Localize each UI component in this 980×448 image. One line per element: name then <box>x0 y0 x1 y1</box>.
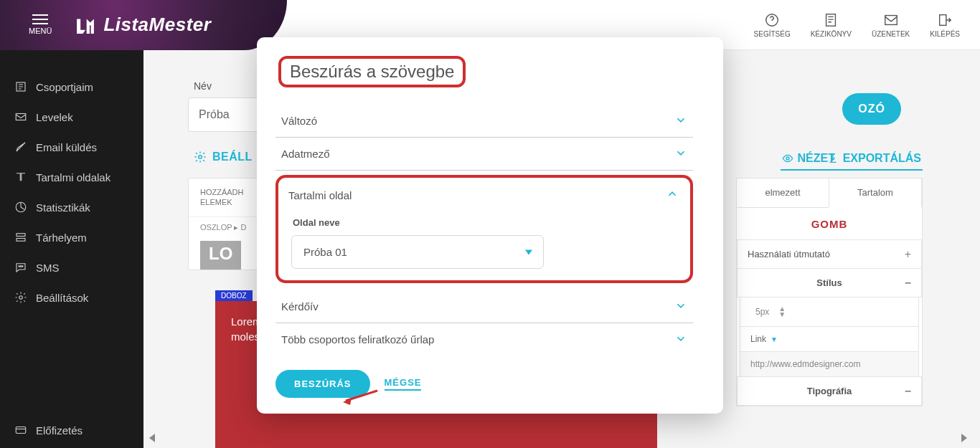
accordion-label: Tartalmi oldal <box>288 189 352 201</box>
sidebar-label: Email küldés <box>36 141 97 153</box>
dropdown-caret-icon <box>524 246 533 258</box>
panel-head-1: HOZZÁADH <box>200 188 244 196</box>
topbar-brand-area: MENÜ ListaMester <box>0 0 287 50</box>
chevron-down-icon <box>674 113 687 128</box>
tab-content[interactable]: Tartalom <box>829 178 922 208</box>
url-field[interactable]: http://www.edmdesigner.com <box>740 351 919 377</box>
sidebar-item-subscription[interactable]: Előfizetés <box>14 424 129 437</box>
accordion-label: Több csoportos feliratkozó űrlap <box>281 333 434 345</box>
sidebar-item-sms[interactable]: SMS <box>0 252 143 282</box>
page-select[interactable]: Próba 01 <box>291 235 544 269</box>
sidebar-item-email-send[interactable]: Email küldés <box>0 132 143 162</box>
accordion-content-page-group: Tartalmi oldal Oldal neve Próba 01 <box>275 175 693 283</box>
accordion-content-page[interactable]: Tartalmi oldal <box>284 181 684 209</box>
cancel-button[interactable]: MÉGSE <box>385 377 422 391</box>
sidebar-label: Tárhelyem <box>36 232 87 244</box>
typography-section-header[interactable]: Tipográfia − <box>737 376 922 406</box>
sidebar-item-letters[interactable]: Levelek <box>0 102 143 132</box>
sidebar-item-groups[interactable]: Csoportjaim <box>0 72 143 102</box>
sidebar-item-statistics[interactable]: Statisztikák <box>0 192 143 222</box>
svg-point-14 <box>199 156 202 159</box>
book-icon <box>823 12 839 28</box>
style-label: Stílus <box>816 277 842 288</box>
modal-title-wrap: Beszúrás a szövegbe <box>278 56 693 87</box>
scroll-right-icon[interactable] <box>961 434 967 442</box>
accordion-variable[interactable]: Változó <box>275 105 693 138</box>
svg-rect-2 <box>885 15 897 24</box>
minus-icon: − <box>905 385 911 398</box>
scroll-left-icon[interactable] <box>149 434 155 442</box>
manual-label: KÉZIKÖNYV <box>811 30 852 38</box>
app-logo[interactable]: ListaMester <box>73 13 211 37</box>
modal-actions: BESZÚRÁS MÉGSE <box>270 370 710 398</box>
sidebar-item-storage[interactable]: Tárhelyem <box>0 222 143 252</box>
minus-icon: − <box>905 277 911 290</box>
chevron-down-icon <box>674 299 687 314</box>
name-field-value: Próba <box>199 108 230 121</box>
usage-guide-row[interactable]: Használati útmutató + <box>737 239 922 269</box>
chevron-down-icon <box>674 146 687 161</box>
accordion-survey[interactable]: Kérdőív <box>275 290 693 323</box>
logo-icon <box>73 13 98 37</box>
svg-point-12 <box>19 296 23 300</box>
svg-point-9 <box>19 266 20 267</box>
logout-icon <box>937 12 953 28</box>
tab-default[interactable]: elmezett <box>737 178 829 207</box>
help-label: SEGÍTSÉG <box>754 30 791 38</box>
padding-control[interactable]: 5px ▲▼ <box>740 297 919 327</box>
plus-icon: + <box>905 248 911 261</box>
page-select-value: Próba 01 <box>303 246 347 258</box>
usage-label: Használati útmutató <box>748 249 830 259</box>
pill-text: OZÓ <box>858 103 885 115</box>
accordion-multi-signup[interactable]: Több csoportos feliratkozó űrlap <box>275 323 693 356</box>
box-badge: DOBOZ <box>215 290 253 301</box>
hamburger-icon <box>32 14 48 24</box>
sidebar-label: Beállítások <box>36 292 88 304</box>
sidebar-label: SMS <box>36 262 60 274</box>
accordion-label: Változó <box>281 115 317 127</box>
chevron-down-icon: ▼ <box>771 335 778 343</box>
svg-rect-1 <box>826 14 836 26</box>
sidebar-item-content-pages[interactable]: Tartalmi oldalak <box>0 162 143 192</box>
logout-label: KILÉPÉS <box>930 30 960 38</box>
sidebar-label: Statisztikák <box>36 201 90 214</box>
topbar-actions: SEGÍTSÉG KÉZIKÖNYV ÜZENETEK KILÉPÉS <box>754 12 980 38</box>
sidebar-label: Tartalmi oldalak <box>36 171 110 184</box>
mail-icon <box>883 12 899 28</box>
insert-button[interactable]: BESZÚRÁS <box>275 370 370 398</box>
accordion-body: Oldal neve Próba 01 <box>284 209 684 269</box>
settings-link[interactable]: BEÁLL <box>194 151 253 163</box>
url-value: http://www.edmdesigner.com <box>750 359 860 369</box>
menu-label: MENÜ <box>29 27 52 35</box>
logout-button[interactable]: KILÉPÉS <box>930 12 960 38</box>
chevron-down-icon <box>674 332 687 347</box>
action-pill[interactable]: OZÓ <box>842 93 901 125</box>
svg-rect-3 <box>940 14 946 25</box>
modal-title: Beszúrás a szövegbe <box>278 56 466 87</box>
export-link[interactable]: EXPORTÁLÁS <box>826 148 923 171</box>
logo-text: ListaMester <box>103 14 211 36</box>
sidebar-item-settings[interactable]: Beállítások <box>0 282 143 313</box>
menu-button[interactable]: MENÜ <box>29 14 52 35</box>
messages-label: ÜZENETEK <box>872 30 910 38</box>
accordion-datafield[interactable]: Adatmező <box>275 138 693 171</box>
panel-head-2: ELEMEK <box>200 198 232 206</box>
link-type-control[interactable]: Link ▼ <box>740 326 919 352</box>
sidebar: Csoportjaim Levelek Email küldés Tartalm… <box>0 50 143 448</box>
component-title: GOMB <box>737 208 922 240</box>
accordion-label: Kérdőív <box>281 300 319 313</box>
svg-point-15 <box>786 157 789 160</box>
element-preview-text: LO <box>200 241 241 270</box>
stepper-icon[interactable]: ▲▼ <box>778 306 786 318</box>
svg-rect-13 <box>16 427 26 434</box>
insert-modal: Beszúrás a szövegbe Változó Adatmező Tar… <box>257 37 723 414</box>
help-button[interactable]: SEGÍTSÉG <box>754 12 791 38</box>
manual-button[interactable]: KÉZIKÖNYV <box>811 12 852 38</box>
link-label: Link <box>750 334 766 344</box>
messages-button[interactable]: ÜZENETEK <box>872 12 910 38</box>
sidebar-label: Levelek <box>36 111 73 123</box>
accordion-label: Adatmező <box>281 148 330 160</box>
style-section-header[interactable]: Stílus − <box>737 268 922 297</box>
settings-text: BEÁLL <box>212 151 253 163</box>
page-name-label: Oldal neve <box>293 217 680 228</box>
